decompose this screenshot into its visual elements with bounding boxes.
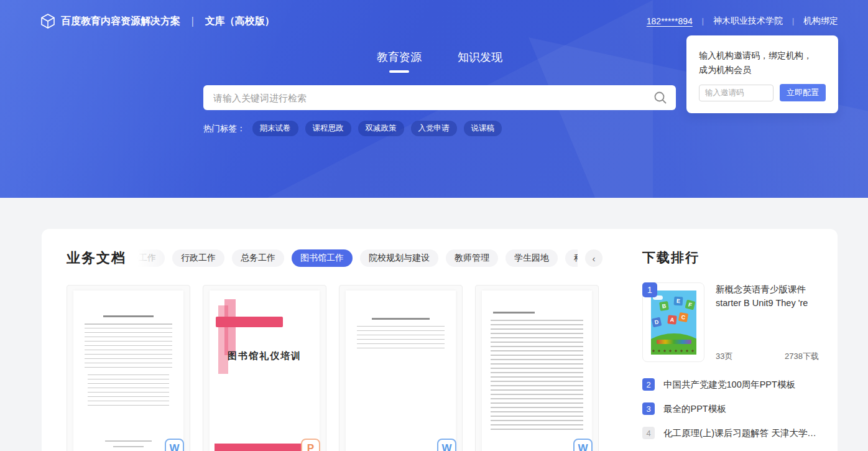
ranking-item-title: 新概念英语青少版课件 starter B Unit9 They 're: [716, 282, 819, 310]
ppt-doc-icon: P: [301, 439, 320, 451]
search-input[interactable]: [203, 85, 676, 110]
invite-form: 立即配置: [699, 84, 826, 101]
product-name: 文库（高校版）: [205, 15, 275, 28]
account-area: 182*****894 | 神木职业技术学院 | 机构绑定: [647, 16, 838, 27]
ranking-item-1[interactable]: 1 D B A E C F 新概念英语青少版课件 starter B Unit9…: [642, 282, 819, 362]
invite-code-input[interactable]: [699, 85, 773, 101]
hot-tags-row: 热门标签： 期末试卷 课程思政 双减政策 入党申请 说课稿: [203, 121, 676, 136]
chevron-left-icon: ‹: [593, 253, 596, 264]
ranking-item-4[interactable]: 4 化工原理(上)课后习题解答 天津大学化...: [642, 425, 819, 440]
brand: 百度教育内容资源解决方案 ｜ 文库（高校版）: [41, 14, 275, 29]
category-tab-research[interactable]: 科研工作: [565, 249, 578, 267]
invite-message: 输入机构邀请码，绑定机构，成为机构会员: [699, 49, 815, 77]
section-title-business-docs: 业务文档: [67, 249, 126, 267]
ranking-item-meta: 33页 2738下载: [716, 351, 819, 362]
logo-icon: [41, 14, 55, 29]
search-icon[interactable]: [653, 90, 668, 105]
account-phone-link[interactable]: 182*****894: [647, 16, 693, 26]
download-ranking-title: 下载排行: [642, 249, 819, 266]
hero-banner: 百度教育内容资源解决方案 ｜ 文库（高校版） 182*****894 | 神木职…: [0, 0, 868, 198]
document-preview: 图书馆礼仪培训: [210, 291, 320, 451]
hero-tabs: 教育资源 知识发现: [203, 50, 676, 73]
hot-tag[interactable]: 双减政策: [358, 121, 404, 136]
ppt-slide-title: 图书馆礼仪培训: [210, 350, 320, 362]
search-bar: [203, 85, 676, 110]
word-doc-icon: W: [573, 439, 593, 451]
ranking-thumbnail-card: 1 D B A E C F: [642, 282, 704, 362]
category-tab-student-corner[interactable]: 学生园地: [506, 249, 558, 267]
category-tabs: 务工作 行政工作 总务工作 图书馆工作 院校规划与建设 教师管理 学生园地 科研…: [130, 249, 578, 267]
brand-title: 百度教育内容资源解决方案: [61, 15, 180, 28]
hot-tags-label: 热门标签：: [203, 123, 246, 134]
hot-tag[interactable]: 说课稿: [464, 121, 502, 136]
category-tab-clipped[interactable]: 务工作: [130, 249, 165, 267]
ranking-item-title: 中国共产党建党100周年PPT模板: [663, 379, 795, 391]
rank-badge-3: 3: [642, 402, 655, 415]
top-bar: 百度教育内容资源解决方案 ｜ 文库（高校版） 182*****894 | 神木职…: [0, 0, 868, 29]
brand-divider: ｜: [188, 15, 198, 28]
document-cards-row: W 图书馆礼仪培训 P W: [67, 285, 603, 451]
document-card[interactable]: W: [67, 285, 190, 451]
category-tab-administration[interactable]: 行政工作: [172, 249, 224, 267]
document-preview: [346, 291, 456, 451]
invite-code-card: 输入机构邀请码，绑定机构，成为机构会员 立即配置: [686, 35, 838, 113]
tab-knowledge-discovery[interactable]: 知识发现: [458, 50, 502, 73]
document-preview: [482, 291, 592, 451]
word-doc-icon: W: [165, 439, 184, 451]
institution-link[interactable]: 神木职业技术学院: [713, 16, 783, 27]
document-preview: [73, 291, 183, 451]
document-card[interactable]: 图书馆礼仪培训 P: [203, 285, 326, 451]
bind-institution-link[interactable]: 机构绑定: [803, 16, 838, 27]
thumbnail-caption: [657, 340, 691, 344]
hot-tag[interactable]: 期末试卷: [252, 121, 298, 136]
configure-now-button[interactable]: 立即配置: [780, 84, 826, 101]
ranking-item-3[interactable]: 3 最全的PPT模板: [642, 401, 819, 416]
ranking-item-title: 最全的PPT模板: [663, 403, 726, 415]
category-tab-library-active[interactable]: 图书馆工作: [292, 249, 353, 267]
business-docs-header: 业务文档 务工作 行政工作 总务工作 图书馆工作 院校规划与建设 教师管理 学生…: [67, 249, 603, 267]
hero-center: 教育资源 知识发现 热门标签： 期末试卷 课程思政 双减政策 入党申请: [203, 50, 676, 136]
business-docs-section: 业务文档 务工作 行政工作 总务工作 图书馆工作 院校规划与建设 教师管理 学生…: [67, 249, 603, 451]
word-doc-icon: W: [437, 439, 456, 451]
category-tab-general-affairs[interactable]: 总务工作: [232, 249, 284, 267]
ranking-item-title: 化工原理(上)课后习题解答 天津大学化...: [663, 427, 819, 439]
active-tab-underline: [389, 70, 409, 73]
tab-education-resources[interactable]: 教育资源: [377, 50, 422, 73]
download-count: 2738下载: [785, 351, 819, 362]
rank-badge-2: 2: [642, 378, 655, 391]
ranking-rows: 2 中国共产党建党100周年PPT模板 3 最全的PPT模板 4 化工原理(上)…: [642, 377, 819, 440]
document-card[interactable]: W: [475, 285, 599, 451]
header-separator: |: [702, 17, 704, 26]
rank-badge-1: 1: [642, 282, 657, 297]
main-panel: 业务文档 务工作 行政工作 总务工作 图书馆工作 院校规划与建设 教师管理 学生…: [42, 229, 838, 451]
document-card[interactable]: W: [339, 285, 463, 451]
scroll-left-button[interactable]: ‹: [585, 249, 603, 267]
hot-tag[interactable]: 入党申请: [411, 121, 457, 136]
courseware-thumbnail: D B A E C F: [651, 291, 696, 355]
ranking-item-2[interactable]: 2 中国共产党建党100周年PPT模板: [642, 377, 819, 392]
rank-badge-4: 4: [642, 427, 655, 439]
hot-tag[interactable]: 课程思政: [305, 121, 351, 136]
category-tab-teacher-mgmt[interactable]: 教师管理: [446, 249, 498, 267]
header-separator: |: [792, 17, 794, 26]
category-tabs-strip: 务工作 行政工作 总务工作 图书馆工作 院校规划与建设 教师管理 学生园地 科研…: [130, 249, 578, 267]
category-tab-planning[interactable]: 院校规划与建设: [360, 249, 438, 267]
page-count: 33页: [716, 351, 732, 362]
download-ranking-section: 下载排行 1 D B A E C F 新概念英语: [642, 249, 819, 451]
ranking-item-1-info: 新概念英语青少版课件 starter B Unit9 They 're 33页 …: [716, 282, 819, 362]
